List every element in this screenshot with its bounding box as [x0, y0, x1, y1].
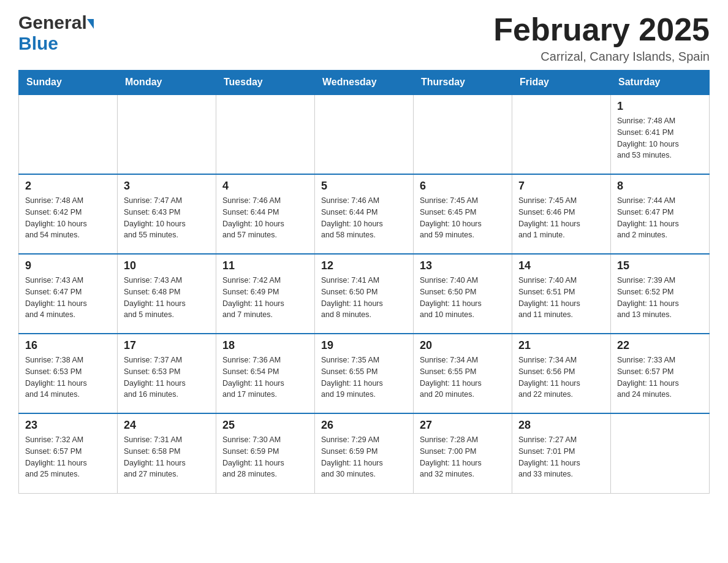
calendar-subtitle: Carrizal, Canary Islands, Spain: [493, 50, 710, 64]
day-info: Sunrise: 7:34 AM Sunset: 6:56 PM Dayligh…: [518, 354, 604, 400]
day-info: Sunrise: 7:40 AM Sunset: 6:51 PM Dayligh…: [518, 275, 604, 321]
calendar-cell: 23Sunrise: 7:32 AM Sunset: 6:57 PM Dayli…: [19, 413, 118, 493]
day-number: 13: [420, 259, 506, 272]
calendar-cell: [414, 94, 512, 174]
calendar-cell: 4Sunrise: 7:46 AM Sunset: 6:44 PM Daylig…: [216, 174, 315, 254]
header-friday: Friday: [512, 71, 611, 95]
day-number: 20: [420, 339, 506, 352]
day-info: Sunrise: 7:39 AM Sunset: 6:52 PM Dayligh…: [617, 275, 703, 321]
header-monday: Monday: [118, 71, 216, 95]
day-number: 18: [222, 339, 308, 352]
day-number: 1: [617, 100, 703, 113]
day-info: Sunrise: 7:41 AM Sunset: 6:50 PM Dayligh…: [321, 275, 407, 321]
day-number: 14: [518, 259, 604, 272]
calendar-cell: 20Sunrise: 7:34 AM Sunset: 6:55 PM Dayli…: [414, 334, 512, 413]
calendar-cell: 12Sunrise: 7:41 AM Sunset: 6:50 PM Dayli…: [315, 254, 414, 334]
calendar-cell: 3Sunrise: 7:47 AM Sunset: 6:43 PM Daylig…: [118, 174, 216, 254]
calendar-cell: 25Sunrise: 7:30 AM Sunset: 6:59 PM Dayli…: [216, 413, 315, 493]
day-number: 3: [124, 180, 210, 193]
day-info: Sunrise: 7:36 AM Sunset: 6:54 PM Dayligh…: [222, 354, 308, 400]
day-number: 24: [124, 419, 210, 432]
calendar-cell: [512, 94, 611, 174]
calendar-cell: 7Sunrise: 7:45 AM Sunset: 6:46 PM Daylig…: [512, 174, 611, 254]
day-info: Sunrise: 7:46 AM Sunset: 6:44 PM Dayligh…: [321, 195, 407, 241]
logo-arrow-icon: [87, 19, 94, 29]
day-info: Sunrise: 7:37 AM Sunset: 6:53 PM Dayligh…: [124, 354, 210, 400]
calendar-cell: 21Sunrise: 7:34 AM Sunset: 6:56 PM Dayli…: [512, 334, 611, 413]
day-number: 23: [25, 419, 111, 432]
day-number: 2: [25, 180, 111, 193]
day-info: Sunrise: 7:48 AM Sunset: 6:41 PM Dayligh…: [617, 115, 703, 161]
day-info: Sunrise: 7:30 AM Sunset: 6:59 PM Dayligh…: [222, 434, 308, 480]
calendar-cell: 5Sunrise: 7:46 AM Sunset: 6:44 PM Daylig…: [315, 174, 414, 254]
logo: General Blue: [18, 12, 94, 54]
day-info: Sunrise: 7:46 AM Sunset: 6:44 PM Dayligh…: [222, 195, 308, 241]
logo-blue-text: Blue: [18, 33, 58, 53]
day-number: 27: [420, 419, 506, 432]
day-number: 17: [124, 339, 210, 352]
calendar-cell: 8Sunrise: 7:44 AM Sunset: 6:47 PM Daylig…: [611, 174, 710, 254]
calendar-cell: 17Sunrise: 7:37 AM Sunset: 6:53 PM Dayli…: [118, 334, 216, 413]
calendar-cell: 13Sunrise: 7:40 AM Sunset: 6:50 PM Dayli…: [414, 254, 512, 334]
day-number: 5: [321, 180, 407, 193]
day-number: 15: [617, 259, 703, 272]
calendar-week-row: 2Sunrise: 7:48 AM Sunset: 6:42 PM Daylig…: [19, 174, 710, 254]
calendar-cell: 16Sunrise: 7:38 AM Sunset: 6:53 PM Dayli…: [19, 334, 118, 413]
calendar-cell: 9Sunrise: 7:43 AM Sunset: 6:47 PM Daylig…: [19, 254, 118, 334]
day-info: Sunrise: 7:43 AM Sunset: 6:47 PM Dayligh…: [25, 275, 111, 321]
calendar-week-row: 1Sunrise: 7:48 AM Sunset: 6:41 PM Daylig…: [19, 94, 710, 174]
title-block: February 2025 Carrizal, Canary Islands, …: [493, 12, 710, 64]
day-info: Sunrise: 7:43 AM Sunset: 6:48 PM Dayligh…: [124, 275, 210, 321]
calendar-week-row: 23Sunrise: 7:32 AM Sunset: 6:57 PM Dayli…: [19, 413, 710, 493]
header-tuesday: Tuesday: [216, 71, 315, 95]
day-info: Sunrise: 7:31 AM Sunset: 6:58 PM Dayligh…: [124, 434, 210, 480]
calendar-cell: 22Sunrise: 7:33 AM Sunset: 6:57 PM Dayli…: [611, 334, 710, 413]
calendar-cell: 27Sunrise: 7:28 AM Sunset: 7:00 PM Dayli…: [414, 413, 512, 493]
calendar-cell: 2Sunrise: 7:48 AM Sunset: 6:42 PM Daylig…: [19, 174, 118, 254]
calendar-cell: 18Sunrise: 7:36 AM Sunset: 6:54 PM Dayli…: [216, 334, 315, 413]
page-header: General Blue February 2025 Carrizal, Can…: [18, 12, 710, 64]
logo-general-text: General: [18, 12, 87, 33]
header-thursday: Thursday: [414, 71, 512, 95]
day-number: 11: [222, 259, 308, 272]
calendar-week-row: 9Sunrise: 7:43 AM Sunset: 6:47 PM Daylig…: [19, 254, 710, 334]
calendar-cell: [611, 413, 710, 493]
calendar-cell: 19Sunrise: 7:35 AM Sunset: 6:55 PM Dayli…: [315, 334, 414, 413]
day-number: 25: [222, 419, 308, 432]
day-info: Sunrise: 7:33 AM Sunset: 6:57 PM Dayligh…: [617, 354, 703, 400]
day-number: 19: [321, 339, 407, 352]
calendar-cell: 24Sunrise: 7:31 AM Sunset: 6:58 PM Dayli…: [118, 413, 216, 493]
calendar-cell: 14Sunrise: 7:40 AM Sunset: 6:51 PM Dayli…: [512, 254, 611, 334]
calendar-cell: 28Sunrise: 7:27 AM Sunset: 7:01 PM Dayli…: [512, 413, 611, 493]
calendar-cell: [19, 94, 118, 174]
day-number: 4: [222, 180, 308, 193]
day-info: Sunrise: 7:27 AM Sunset: 7:01 PM Dayligh…: [518, 434, 604, 480]
header-wednesday: Wednesday: [315, 71, 414, 95]
day-info: Sunrise: 7:47 AM Sunset: 6:43 PM Dayligh…: [124, 195, 210, 241]
day-info: Sunrise: 7:28 AM Sunset: 7:00 PM Dayligh…: [420, 434, 506, 480]
day-info: Sunrise: 7:45 AM Sunset: 6:45 PM Dayligh…: [420, 195, 506, 241]
calendar-cell: [216, 94, 315, 174]
day-info: Sunrise: 7:48 AM Sunset: 6:42 PM Dayligh…: [25, 195, 111, 241]
day-info: Sunrise: 7:44 AM Sunset: 6:47 PM Dayligh…: [617, 195, 703, 241]
day-info: Sunrise: 7:40 AM Sunset: 6:50 PM Dayligh…: [420, 275, 506, 321]
day-info: Sunrise: 7:45 AM Sunset: 6:46 PM Dayligh…: [518, 195, 604, 241]
calendar-table: SundayMondayTuesdayWednesdayThursdayFrid…: [18, 70, 710, 494]
day-info: Sunrise: 7:32 AM Sunset: 6:57 PM Dayligh…: [25, 434, 111, 480]
calendar-cell: 11Sunrise: 7:42 AM Sunset: 6:49 PM Dayli…: [216, 254, 315, 334]
day-number: 21: [518, 339, 604, 352]
calendar-cell: [315, 94, 414, 174]
calendar-title: February 2025: [493, 12, 710, 47]
calendar-cell: 1Sunrise: 7:48 AM Sunset: 6:41 PM Daylig…: [611, 94, 710, 174]
day-number: 12: [321, 259, 407, 272]
calendar-cell: 15Sunrise: 7:39 AM Sunset: 6:52 PM Dayli…: [611, 254, 710, 334]
calendar-header-row: SundayMondayTuesdayWednesdayThursdayFrid…: [19, 71, 710, 95]
day-number: 6: [420, 180, 506, 193]
calendar-cell: 10Sunrise: 7:43 AM Sunset: 6:48 PM Dayli…: [118, 254, 216, 334]
day-info: Sunrise: 7:29 AM Sunset: 6:59 PM Dayligh…: [321, 434, 407, 480]
day-number: 9: [25, 259, 111, 272]
header-saturday: Saturday: [611, 71, 710, 95]
day-info: Sunrise: 7:34 AM Sunset: 6:55 PM Dayligh…: [420, 354, 506, 400]
day-number: 22: [617, 339, 703, 352]
calendar-cell: 26Sunrise: 7:29 AM Sunset: 6:59 PM Dayli…: [315, 413, 414, 493]
